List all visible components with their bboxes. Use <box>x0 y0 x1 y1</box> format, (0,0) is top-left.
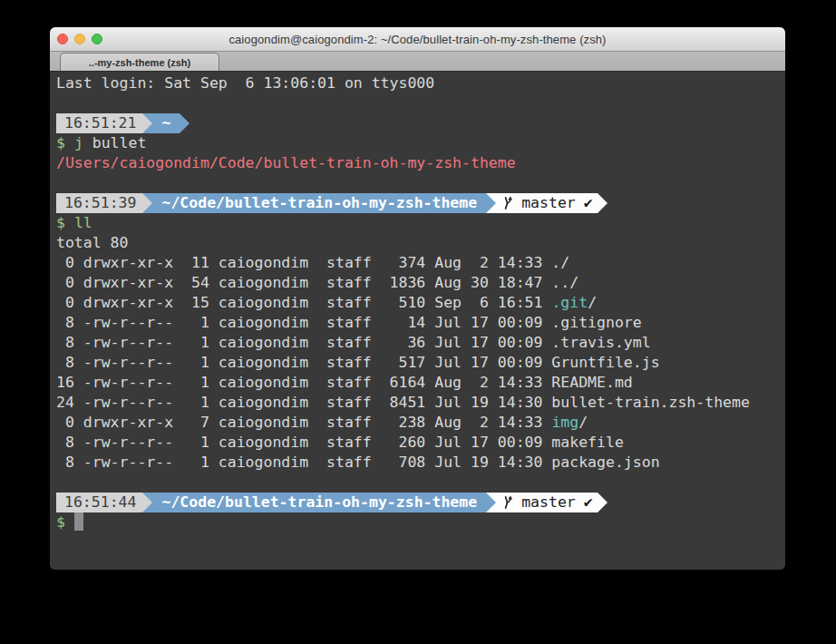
powerline-arrow-icon <box>598 193 608 213</box>
tab-bar: ..-my-zsh-theme (zsh) <box>50 52 785 72</box>
terminal-text <box>65 134 74 151</box>
powerline-arrow-icon <box>598 493 608 512</box>
tab-active[interactable]: ..-my-zsh-theme (zsh) <box>60 53 219 71</box>
terminal-line: $ ll <box>56 213 785 233</box>
terminal-text: / <box>588 294 597 311</box>
git-branch-icon <box>502 495 513 510</box>
blank-line <box>56 93 785 113</box>
terminal-text: bullet <box>83 134 147 151</box>
tab-label: ..-my-zsh-theme (zsh) <box>89 57 190 68</box>
powerline-arrow-icon <box>142 193 152 213</box>
terminal-text: 16 -rw-r--r-- 1 caiogondim staff 6164 Au… <box>56 374 633 391</box>
prompt-time-segment: 16:51:44 <box>56 493 142 512</box>
traffic-lights <box>57 34 102 44</box>
blank-line <box>56 473 785 493</box>
terminal-line: 8 -rw-r--r-- 1 caiogondim staff 260 Jul … <box>56 433 785 453</box>
terminal-text: 8 -rw-r--r-- 1 caiogondim staff 708 Jul … <box>56 454 660 471</box>
terminal-text: /Users/caiogondim/Code/bullet-train-oh-m… <box>56 154 516 171</box>
minimize-button[interactable] <box>74 34 85 44</box>
terminal-text: 24 -rw-r--r-- 1 caiogondim staff 8451 Ju… <box>56 394 750 411</box>
terminal-text: / <box>578 414 588 431</box>
terminal-line: 0 drwxr-xr-x 11 caiogondim staff 374 Aug… <box>56 253 785 273</box>
terminal-text: 0 drwxr-xr-x 11 caiogondim staff 374 Aug… <box>56 254 569 271</box>
terminal-text: 8 -rw-r--r-- 1 caiogondim staff 36 Jul 1… <box>56 334 651 351</box>
terminal-text: $ <box>56 513 74 531</box>
git-branch-name: master <box>521 493 576 512</box>
terminal-text: 8 -rw-r--r-- 1 caiogondim staff 517 Jul … <box>56 354 660 371</box>
terminal-line: 16 -rw-r--r-- 1 caiogondim staff 6164 Au… <box>56 373 785 393</box>
prompt-path-segment: ~/Code/bullet-train-oh-my-zsh-theme <box>152 493 486 512</box>
close-button[interactable] <box>57 34 68 44</box>
checkmark-icon: ✔ <box>584 493 593 512</box>
title-bar[interactable]: caiogondim@caiogondim-2: ~/Code/bullet-t… <box>50 27 785 52</box>
terminal-screen[interactable]: Last login: Sat Sep 6 13:06:01 on ttys00… <box>50 72 785 570</box>
terminal-text: Last login: Sat Sep 6 13:06:01 on ttys00… <box>56 74 434 92</box>
terminal-line: 24 -rw-r--r-- 1 caiogondim staff 8451 Ju… <box>56 393 785 413</box>
terminal-text: 0 drwxr-xr-x 7 caiogondim staff 238 Aug … <box>56 414 551 431</box>
prompt-time-segment: 16:51:39 <box>56 193 142 213</box>
terminal-line: 8 -rw-r--r-- 1 caiogondim staff 36 Jul 1… <box>56 333 785 353</box>
terminal-line: $ j bullet <box>56 133 785 153</box>
terminal-text: $ <box>56 214 65 231</box>
powerline-arrow-icon <box>180 113 190 133</box>
prompt-git-segment: master✔ <box>496 493 598 512</box>
git-branch-name: master <box>521 193 576 213</box>
terminal-line: /Users/caiogondim/Code/bullet-train-oh-m… <box>56 153 785 173</box>
terminal-text: $ <box>56 134 65 151</box>
terminal-text: j <box>74 134 83 151</box>
terminal-cursor <box>74 512 83 531</box>
terminal-text: total 80 <box>56 234 128 251</box>
powerline-arrow-icon <box>486 193 496 213</box>
terminal-line: 8 -rw-r--r-- 1 caiogondim staff 517 Jul … <box>56 353 785 373</box>
terminal-text: 0 drwxr-xr-x 54 caiogondim staff 1836 Au… <box>56 274 578 291</box>
prompt-line: 16:51:21~ <box>56 113 785 133</box>
terminal-line: 0 drwxr-xr-x 54 caiogondim staff 1836 Au… <box>56 273 785 293</box>
powerline-arrow-icon <box>486 493 496 512</box>
git-branch-icon <box>502 196 513 210</box>
blank-line <box>56 173 785 193</box>
terminal-text <box>65 214 74 231</box>
prompt-git-segment: master✔ <box>496 193 598 213</box>
zoom-button[interactable] <box>92 34 102 44</box>
terminal-text: .git <box>551 294 588 311</box>
checkmark-icon: ✔ <box>584 193 593 213</box>
terminal-text: img <box>551 414 578 431</box>
terminal-line: 0 drwxr-xr-x 15 caiogondim staff 510 Sep… <box>56 293 785 313</box>
terminal-text: ll <box>74 214 92 231</box>
terminal-text: 8 -rw-r--r-- 1 caiogondim staff 14 Jul 1… <box>56 314 642 331</box>
prompt-line: 16:51:39~/Code/bullet-train-oh-my-zsh-th… <box>56 193 785 213</box>
window-title: caiogondim@caiogondim-2: ~/Code/bullet-t… <box>228 33 606 46</box>
prompt-time-segment: 16:51:21 <box>56 113 142 133</box>
terminal-text: 8 -rw-r--r-- 1 caiogondim staff 260 Jul … <box>56 434 624 451</box>
desktop: { "window": { "title": "caiogondim@caiog… <box>0 0 836 644</box>
terminal-line: 8 -rw-r--r-- 1 caiogondim staff 708 Jul … <box>56 453 785 473</box>
terminal-text: 0 drwxr-xr-x 15 caiogondim staff 510 Sep… <box>56 294 551 311</box>
terminal-line: 8 -rw-r--r-- 1 caiogondim staff 14 Jul 1… <box>56 313 785 333</box>
powerline-arrow-icon <box>142 493 152 512</box>
prompt-path-segment: ~/Code/bullet-train-oh-my-zsh-theme <box>152 193 486 213</box>
terminal-line: $ <box>56 512 785 532</box>
terminal-line: total 80 <box>56 233 785 253</box>
terminal-window: caiogondim@caiogondim-2: ~/Code/bullet-t… <box>50 27 785 570</box>
powerline-arrow-icon <box>142 113 152 133</box>
prompt-line: 16:51:44~/Code/bullet-train-oh-my-zsh-th… <box>56 493 785 512</box>
prompt-path-segment: ~ <box>152 113 180 133</box>
terminal-line: Last login: Sat Sep 6 13:06:01 on ttys00… <box>56 73 785 93</box>
terminal-line: 0 drwxr-xr-x 7 caiogondim staff 238 Aug … <box>56 413 785 433</box>
